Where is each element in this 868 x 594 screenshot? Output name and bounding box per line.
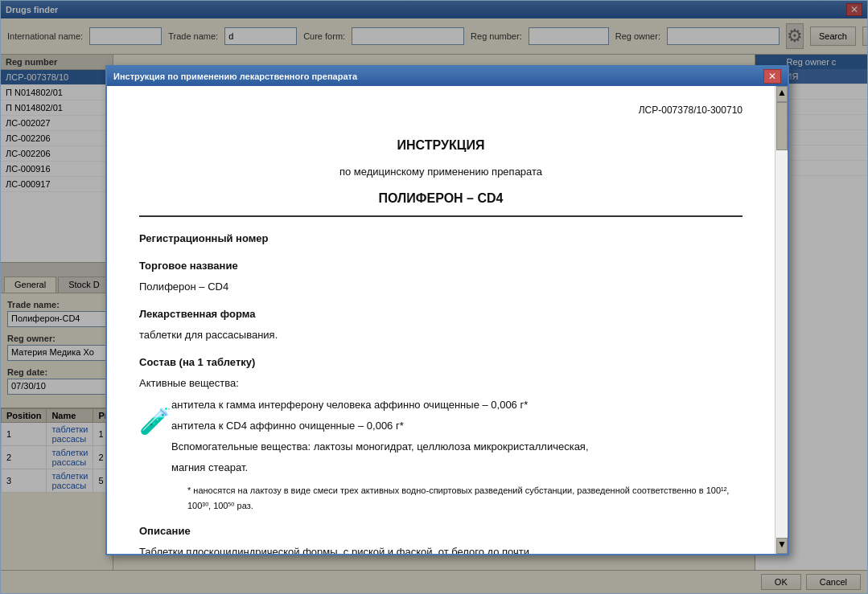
modal-window: Инструкция по применению лекарственного … bbox=[105, 65, 789, 555]
section-form: Лекарственная форма bbox=[139, 305, 743, 323]
description-text: Таблетки плоскоцилиндрической формы, с р… bbox=[139, 543, 743, 554]
scrollbar-thumb[interactable] bbox=[776, 102, 788, 150]
active-subst-2: антитела к CD4 аффинно очищенные – 0,006… bbox=[171, 417, 743, 435]
modal-title-bar: Инструкция по применению лекарственного … bbox=[107, 67, 788, 86]
section-reg-num: Регистрационный номер bbox=[139, 230, 743, 248]
scrollbar-thumb-down[interactable]: ▼ bbox=[776, 538, 788, 554]
modal-close-button[interactable]: ✕ bbox=[763, 69, 781, 84]
section-trade-name: Торговое название bbox=[139, 257, 743, 275]
doc-subheading: по медицинскому применению препарата bbox=[139, 163, 743, 181]
footnote: * наносятся на лактозу в виде смеси трех… bbox=[187, 483, 743, 513]
modal-content: ЛСР-007378/10-300710 ИНСТРУКЦИЯ по медиц… bbox=[107, 86, 775, 554]
excipients-cont: магния стеарат. bbox=[171, 459, 743, 477]
active-subst-block: 🧪 антитела к гамма интерферону человека … bbox=[139, 396, 743, 514]
doc-heading: ИНСТРУКЦИЯ bbox=[139, 134, 743, 156]
section-composition: Состав (на 1 таблетку) bbox=[139, 354, 743, 371]
modal-overlay: Инструкция по применению лекарственного … bbox=[1, 1, 867, 593]
doc-drug-name: ПОЛИФЕРОН – CD4 bbox=[139, 187, 743, 217]
active-subst-label: Активные вещества: bbox=[139, 375, 743, 392]
main-window: Drugs finder ✕ International name: Trade… bbox=[0, 0, 868, 594]
scrollbar-thumb-up[interactable]: ▲ bbox=[776, 86, 788, 102]
modal-scrollbar[interactable]: ▲ ▼ bbox=[775, 86, 788, 554]
excipients-label: Вспомогательные вещества: лактозы моноги… bbox=[171, 438, 743, 456]
active-subst-1: антитела к гамма интерферону человека аф… bbox=[171, 396, 743, 414]
trade-name-val: Полиферон – CD4 bbox=[139, 278, 743, 296]
modal-title: Инструкция по применению лекарственного … bbox=[113, 72, 357, 81]
active-subst-content: антитела к гамма интерферону человека аф… bbox=[171, 396, 743, 514]
form-val: таблетки для рассасывания. bbox=[139, 326, 743, 344]
section-description: Описание bbox=[139, 522, 743, 540]
figure-placeholder: 🧪 bbox=[139, 396, 171, 443]
doc-reg-number: ЛСР-007378/10-300710 bbox=[139, 102, 743, 118]
figure-icon: 🧪 bbox=[139, 399, 171, 443]
